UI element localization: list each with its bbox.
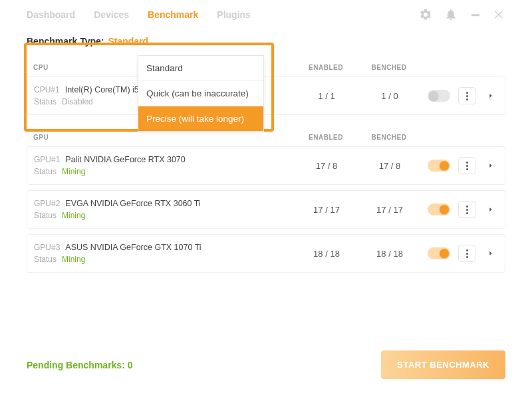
benchmark-type-label: Benchmark Type: [27,36,104,47]
dropdown-option-precise[interactable]: Precise (will take longer) [138,106,263,131]
tab-devices[interactable]: Devices [94,9,129,20]
minimize-icon[interactable] [469,9,481,21]
expand-button[interactable] [483,246,498,261]
close-icon[interactable] [493,9,505,21]
benchmark-type-menu: Standard Quick (can be inaccurate) Preci… [138,55,264,132]
device-name: EVGA NVIDIA GeForce RTX 3060 Ti [65,199,200,208]
more-button[interactable] [458,201,475,218]
column-enabled: ENABLED [293,134,359,141]
tab-benchmark[interactable]: Benchmark [148,9,198,20]
status-label: Status [34,255,57,264]
expand-button[interactable] [483,202,498,217]
status-value: Disabled [62,97,93,106]
status-value: Mining [62,211,85,220]
more-button[interactable] [458,157,475,174]
enabled-count: 18 / 18 [293,249,360,259]
device-id: GPU#2 [34,199,60,208]
enable-toggle[interactable] [428,247,450,259]
device-name: Intel(R) Core(TM) i5 [65,85,139,94]
dropdown-option-quick[interactable]: Quick (can be inaccurate) [138,81,263,106]
svg-rect-0 [471,14,479,16]
dropdown-option-standard[interactable]: Standard [138,56,263,81]
enable-toggle[interactable] [428,90,450,102]
benched-count: 1 / 0 [360,91,420,101]
column-gpu: GPU [33,134,293,141]
enabled-count: 1 / 1 [293,91,360,101]
device-row-gpu1: GPU#1 Palit NVIDIA GeForce RTX 3070 Stat… [27,146,505,185]
column-benched: BENCHED [359,64,419,71]
status-value: Mining [62,255,85,264]
device-id: CPU#1 [34,85,60,94]
status-label: Status [34,167,57,176]
tab-dashboard[interactable]: Dashboard [27,9,75,20]
status-label: Status [34,97,57,106]
benched-count: 17 / 17 [360,205,420,215]
benchmark-type-dropdown[interactable]: Standard [108,36,148,47]
pending-benchmarks: Pending Benchmarks: 0 [27,360,133,370]
expand-button[interactable] [483,158,498,173]
device-id: GPU#3 [34,243,60,252]
device-name: ASUS NVIDIA GeForce GTX 1070 Ti [65,243,201,252]
device-row-cpu1: CPU#1 Intel(R) Core(TM) i5 Status Disabl… [27,76,505,115]
tab-plugins[interactable]: Plugins [217,9,251,20]
enable-toggle[interactable] [428,160,450,172]
more-button[interactable] [458,245,475,262]
expand-button[interactable] [483,88,498,103]
device-name: Palit NVIDIA GeForce RTX 3070 [65,155,185,164]
column-benched: BENCHED [359,134,419,141]
benched-count: 18 / 18 [360,249,420,259]
device-row-gpu3: GPU#3 ASUS NVIDIA GeForce GTX 1070 Ti St… [27,234,505,273]
benched-count: 17 / 8 [360,161,420,171]
bell-icon[interactable] [444,8,458,21]
gear-icon[interactable] [419,8,432,21]
nav-tabs: Dashboard Devices Benchmark Plugins [27,9,251,20]
enabled-count: 17 / 8 [293,161,360,171]
more-button[interactable] [458,87,475,104]
device-row-gpu2: GPU#2 EVGA NVIDIA GeForce RTX 3060 Ti St… [27,190,505,229]
status-label: Status [34,211,57,220]
status-value: Mining [62,167,85,176]
start-benchmark-button[interactable]: START BENCHMARK [381,350,505,379]
device-id: GPU#1 [34,155,60,164]
column-enabled: ENABLED [293,64,359,71]
enabled-count: 17 / 17 [293,205,360,215]
enable-toggle[interactable] [428,203,450,215]
